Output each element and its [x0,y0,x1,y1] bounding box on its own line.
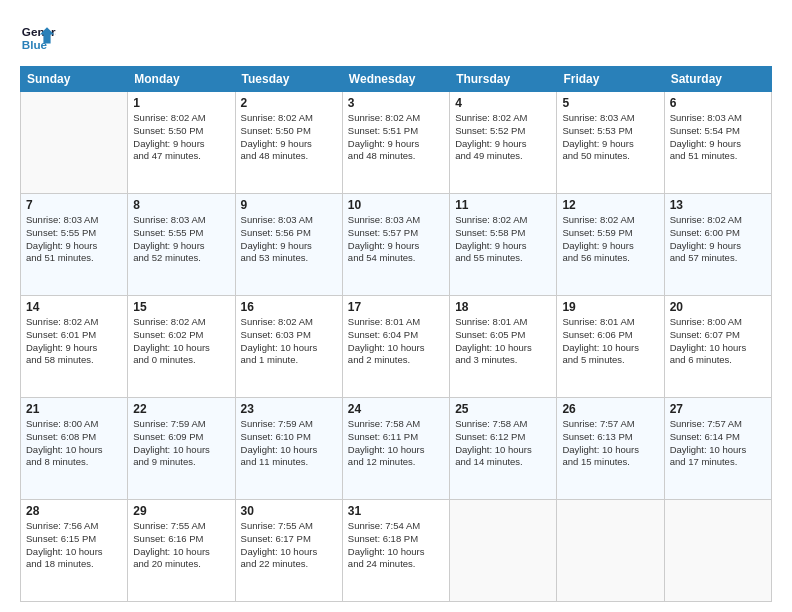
day-info: Sunrise: 8:00 AMSunset: 6:08 PMDaylight:… [26,418,122,469]
day-number: 18 [455,300,551,314]
day-header-monday: Monday [128,67,235,92]
day-info: Sunrise: 8:02 AMSunset: 5:50 PMDaylight:… [241,112,337,163]
day-info: Sunrise: 8:02 AMSunset: 6:00 PMDaylight:… [670,214,766,265]
day-number: 31 [348,504,444,518]
calendar-cell [21,92,128,194]
calendar-cell: 6Sunrise: 8:03 AMSunset: 5:54 PMDaylight… [664,92,771,194]
calendar-header-row: SundayMondayTuesdayWednesdayThursdayFrid… [21,67,772,92]
calendar-cell: 19Sunrise: 8:01 AMSunset: 6:06 PMDayligh… [557,296,664,398]
day-number: 19 [562,300,658,314]
calendar-cell: 21Sunrise: 8:00 AMSunset: 6:08 PMDayligh… [21,398,128,500]
day-info: Sunrise: 8:03 AMSunset: 5:56 PMDaylight:… [241,214,337,265]
day-info: Sunrise: 8:02 AMSunset: 6:01 PMDaylight:… [26,316,122,367]
day-number: 2 [241,96,337,110]
calendar-cell: 25Sunrise: 7:58 AMSunset: 6:12 PMDayligh… [450,398,557,500]
calendar-cell: 29Sunrise: 7:55 AMSunset: 6:16 PMDayligh… [128,500,235,602]
logo: General Blue [20,20,56,56]
day-info: Sunrise: 7:55 AMSunset: 6:16 PMDaylight:… [133,520,229,571]
calendar-cell: 31Sunrise: 7:54 AMSunset: 6:18 PMDayligh… [342,500,449,602]
day-number: 12 [562,198,658,212]
day-number: 24 [348,402,444,416]
day-info: Sunrise: 8:01 AMSunset: 6:05 PMDaylight:… [455,316,551,367]
calendar-cell: 11Sunrise: 8:02 AMSunset: 5:58 PMDayligh… [450,194,557,296]
calendar-cell: 15Sunrise: 8:02 AMSunset: 6:02 PMDayligh… [128,296,235,398]
day-number: 1 [133,96,229,110]
day-info: Sunrise: 8:02 AMSunset: 5:50 PMDaylight:… [133,112,229,163]
day-number: 27 [670,402,766,416]
day-header-friday: Friday [557,67,664,92]
day-info: Sunrise: 8:03 AMSunset: 5:57 PMDaylight:… [348,214,444,265]
day-info: Sunrise: 7:57 AMSunset: 6:13 PMDaylight:… [562,418,658,469]
day-number: 15 [133,300,229,314]
day-info: Sunrise: 8:02 AMSunset: 5:58 PMDaylight:… [455,214,551,265]
calendar-cell: 20Sunrise: 8:00 AMSunset: 6:07 PMDayligh… [664,296,771,398]
calendar-cell: 8Sunrise: 8:03 AMSunset: 5:55 PMDaylight… [128,194,235,296]
calendar-cell: 28Sunrise: 7:56 AMSunset: 6:15 PMDayligh… [21,500,128,602]
calendar-cell: 13Sunrise: 8:02 AMSunset: 6:00 PMDayligh… [664,194,771,296]
day-info: Sunrise: 8:02 AMSunset: 6:03 PMDaylight:… [241,316,337,367]
day-number: 16 [241,300,337,314]
calendar-cell: 26Sunrise: 7:57 AMSunset: 6:13 PMDayligh… [557,398,664,500]
calendar-cell: 17Sunrise: 8:01 AMSunset: 6:04 PMDayligh… [342,296,449,398]
calendar-cell [664,500,771,602]
day-info: Sunrise: 7:59 AMSunset: 6:09 PMDaylight:… [133,418,229,469]
day-info: Sunrise: 7:58 AMSunset: 6:11 PMDaylight:… [348,418,444,469]
calendar-cell [557,500,664,602]
calendar-cell: 14Sunrise: 8:02 AMSunset: 6:01 PMDayligh… [21,296,128,398]
calendar-cell: 10Sunrise: 8:03 AMSunset: 5:57 PMDayligh… [342,194,449,296]
day-number: 25 [455,402,551,416]
day-info: Sunrise: 8:00 AMSunset: 6:07 PMDaylight:… [670,316,766,367]
calendar-cell: 5Sunrise: 8:03 AMSunset: 5:53 PMDaylight… [557,92,664,194]
day-info: Sunrise: 7:59 AMSunset: 6:10 PMDaylight:… [241,418,337,469]
calendar-cell: 16Sunrise: 8:02 AMSunset: 6:03 PMDayligh… [235,296,342,398]
day-info: Sunrise: 8:02 AMSunset: 6:02 PMDaylight:… [133,316,229,367]
day-number: 17 [348,300,444,314]
day-info: Sunrise: 8:01 AMSunset: 6:06 PMDaylight:… [562,316,658,367]
calendar-cell: 24Sunrise: 7:58 AMSunset: 6:11 PMDayligh… [342,398,449,500]
calendar-cell: 2Sunrise: 8:02 AMSunset: 5:50 PMDaylight… [235,92,342,194]
calendar-cell: 23Sunrise: 7:59 AMSunset: 6:10 PMDayligh… [235,398,342,500]
day-number: 3 [348,96,444,110]
page: General Blue SundayMondayTuesdayWednesda… [0,0,792,612]
calendar-cell: 9Sunrise: 8:03 AMSunset: 5:56 PMDaylight… [235,194,342,296]
day-info: Sunrise: 8:02 AMSunset: 5:52 PMDaylight:… [455,112,551,163]
day-number: 14 [26,300,122,314]
day-number: 13 [670,198,766,212]
day-number: 7 [26,198,122,212]
day-number: 28 [26,504,122,518]
day-header-tuesday: Tuesday [235,67,342,92]
day-info: Sunrise: 7:57 AMSunset: 6:14 PMDaylight:… [670,418,766,469]
day-info: Sunrise: 7:54 AMSunset: 6:18 PMDaylight:… [348,520,444,571]
day-header-wednesday: Wednesday [342,67,449,92]
day-header-thursday: Thursday [450,67,557,92]
calendar-cell: 22Sunrise: 7:59 AMSunset: 6:09 PMDayligh… [128,398,235,500]
logo-icon: General Blue [20,20,56,56]
day-info: Sunrise: 8:03 AMSunset: 5:53 PMDaylight:… [562,112,658,163]
day-info: Sunrise: 8:01 AMSunset: 6:04 PMDaylight:… [348,316,444,367]
calendar-cell: 30Sunrise: 7:55 AMSunset: 6:17 PMDayligh… [235,500,342,602]
day-info: Sunrise: 8:03 AMSunset: 5:54 PMDaylight:… [670,112,766,163]
day-number: 8 [133,198,229,212]
day-info: Sunrise: 8:02 AMSunset: 5:51 PMDaylight:… [348,112,444,163]
calendar-week-row: 28Sunrise: 7:56 AMSunset: 6:15 PMDayligh… [21,500,772,602]
day-number: 30 [241,504,337,518]
calendar-cell: 12Sunrise: 8:02 AMSunset: 5:59 PMDayligh… [557,194,664,296]
calendar-cell: 4Sunrise: 8:02 AMSunset: 5:52 PMDaylight… [450,92,557,194]
calendar-cell: 27Sunrise: 7:57 AMSunset: 6:14 PMDayligh… [664,398,771,500]
day-header-saturday: Saturday [664,67,771,92]
calendar-table: SundayMondayTuesdayWednesdayThursdayFrid… [20,66,772,602]
day-header-sunday: Sunday [21,67,128,92]
day-number: 6 [670,96,766,110]
day-info: Sunrise: 7:56 AMSunset: 6:15 PMDaylight:… [26,520,122,571]
day-info: Sunrise: 8:03 AMSunset: 5:55 PMDaylight:… [26,214,122,265]
calendar-cell: 18Sunrise: 8:01 AMSunset: 6:05 PMDayligh… [450,296,557,398]
day-number: 29 [133,504,229,518]
calendar-week-row: 21Sunrise: 8:00 AMSunset: 6:08 PMDayligh… [21,398,772,500]
calendar-cell: 7Sunrise: 8:03 AMSunset: 5:55 PMDaylight… [21,194,128,296]
calendar-cell: 1Sunrise: 8:02 AMSunset: 5:50 PMDaylight… [128,92,235,194]
day-info: Sunrise: 7:58 AMSunset: 6:12 PMDaylight:… [455,418,551,469]
day-number: 4 [455,96,551,110]
day-info: Sunrise: 7:55 AMSunset: 6:17 PMDaylight:… [241,520,337,571]
day-number: 9 [241,198,337,212]
header: General Blue [20,20,772,56]
